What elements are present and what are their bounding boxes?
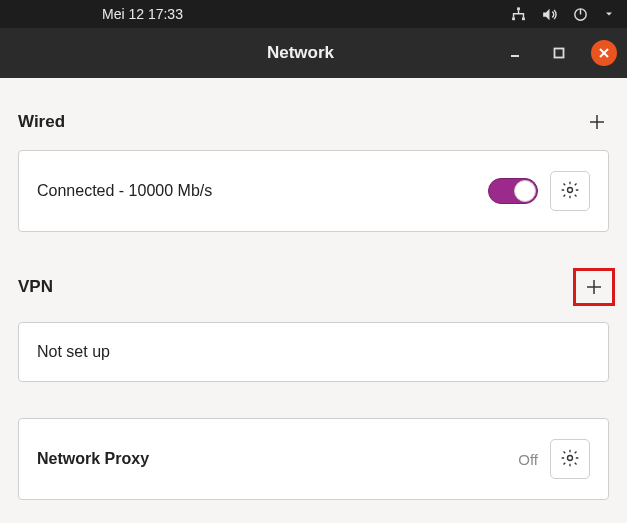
- vpn-add-highlight: [573, 268, 615, 306]
- clock: Mei 12 17:33: [102, 6, 183, 22]
- gear-icon: [560, 448, 580, 471]
- proxy-settings-button[interactable]: [550, 439, 590, 479]
- network-icon: [510, 6, 527, 23]
- wired-connection-row: Connected - 10000 Mb/s: [18, 150, 609, 232]
- vpn-status-label: Not set up: [37, 343, 110, 361]
- vpn-status-row: Not set up: [18, 322, 609, 382]
- vpn-add-button[interactable]: [582, 275, 606, 299]
- settings-content: Wired Connected - 10000 Mb/s VPN: [0, 78, 627, 500]
- svg-rect-0: [517, 7, 520, 10]
- wired-section-title: Wired: [18, 112, 65, 132]
- proxy-row: Network Proxy Off: [18, 418, 609, 500]
- wired-status-label: Connected - 10000 Mb/s: [37, 182, 212, 200]
- proxy-title: Network Proxy: [37, 450, 149, 468]
- vpn-section: VPN Not set up: [18, 268, 609, 382]
- window-titlebar: Network: [0, 28, 627, 78]
- chevron-down-icon: [603, 8, 615, 20]
- window-title: Network: [98, 43, 503, 63]
- system-bar: Mei 12 17:33: [0, 0, 627, 28]
- svg-rect-6: [555, 49, 564, 58]
- vpn-section-title: VPN: [18, 277, 53, 297]
- gear-icon: [560, 180, 580, 203]
- window-minimize-button[interactable]: [503, 41, 527, 65]
- svg-rect-1: [512, 17, 515, 20]
- svg-point-14: [568, 455, 573, 460]
- wired-toggle[interactable]: [488, 178, 538, 204]
- wired-section: Wired Connected - 10000 Mb/s: [18, 110, 609, 232]
- power-icon: [572, 6, 589, 23]
- svg-point-11: [568, 187, 573, 192]
- svg-rect-2: [522, 17, 525, 20]
- window-maximize-button[interactable]: [547, 41, 571, 65]
- toggle-knob: [514, 180, 536, 202]
- wired-add-button[interactable]: [585, 110, 609, 134]
- wired-settings-button[interactable]: [550, 171, 590, 211]
- window-close-button[interactable]: [591, 40, 617, 66]
- volume-icon: [541, 6, 558, 23]
- proxy-section: Network Proxy Off: [18, 418, 609, 500]
- proxy-status-label: Off: [518, 451, 538, 468]
- system-indicators[interactable]: [510, 6, 615, 23]
